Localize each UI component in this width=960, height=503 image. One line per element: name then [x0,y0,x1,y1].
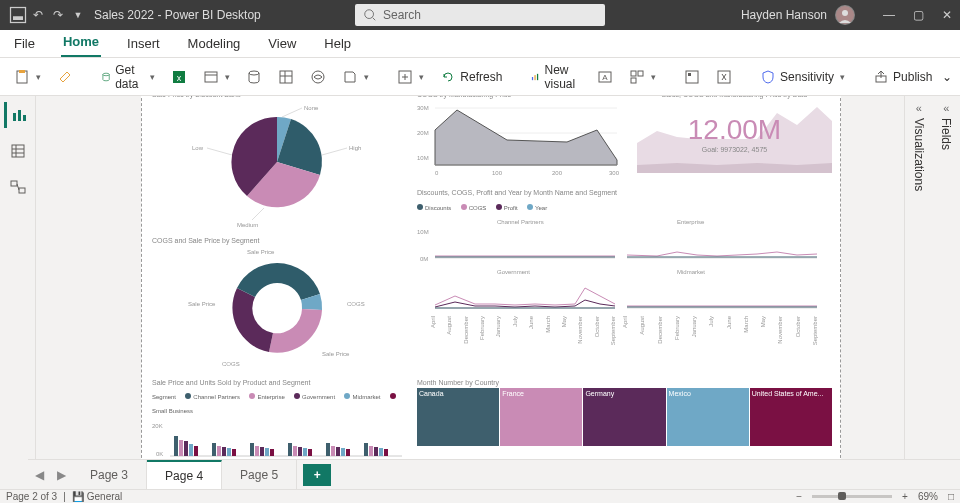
chart-title: Sale Price by Discount Band [152,96,402,98]
donut-chart: Sale Price COGS Sale Price COGS Sale Pri… [152,246,402,374]
menu-help[interactable]: Help [322,30,353,57]
data-hub-button[interactable]: ▾ [197,65,236,89]
zoom-value: 69% [918,491,938,502]
model-view-button[interactable] [4,174,32,200]
svg-text:August: August [446,316,452,335]
svg-point-8 [103,73,109,76]
svg-text:10M: 10M [417,155,429,161]
visualizations-pane[interactable]: « Visualizations [905,96,933,473]
tab-page5[interactable]: Page 5 [222,460,297,490]
svg-line-47 [207,148,232,155]
close-button[interactable]: ✕ [942,8,952,22]
publish-button[interactable]: Publish [867,65,938,89]
kpi-visual[interactable]: Sales, COGS and Manufacturing Price by D… [637,96,832,181]
svg-rect-124 [336,447,340,456]
minimize-button[interactable]: — [883,8,895,22]
autosave-icon[interactable] [8,5,28,25]
svg-text:May: May [760,316,766,327]
bar-visual[interactable]: Sale Price and Units Sold by Product and… [152,379,407,459]
search-placeholder: Search [383,8,421,22]
text-box-button[interactable]: A [591,65,619,89]
treemap-tile-germany: Germany [583,388,665,446]
undo-icon[interactable]: ↶ [28,8,48,22]
menu-bar: File Home Insert Modeling View Help [0,30,960,58]
svg-rect-119 [298,447,302,456]
report-page: Sale Price by Discount Band None High Me… [141,96,841,468]
svg-text:January: January [691,316,697,337]
refresh-button[interactable]: Refresh [434,65,508,89]
menu-home[interactable]: Home [61,28,101,57]
maximize-button[interactable]: ▢ [913,8,924,22]
svg-text:0M: 0M [420,256,428,262]
svg-text:November: November [577,316,583,344]
svg-rect-113 [255,446,259,456]
titlebar-caret-icon[interactable]: ▼ [68,10,88,20]
svg-rect-130 [379,448,383,456]
data-view-button[interactable] [4,138,32,164]
area-visual[interactable]: COGS by Manufacturing Price 30M 20M 10M … [417,96,627,181]
user-area[interactable]: Hayden Hanson — ▢ ✕ [741,5,952,25]
zoom-out-button[interactable]: − [796,491,802,502]
svg-text:March: March [545,316,551,333]
recent-button[interactable]: ▾ [336,65,375,89]
left-rail [0,96,36,473]
menu-insert[interactable]: Insert [125,30,162,57]
svg-text:July: July [708,316,714,327]
paste-button[interactable]: ▾ [8,65,47,89]
svg-text:A: A [602,73,608,82]
svg-rect-28 [688,73,691,76]
report-canvas[interactable]: Sale Price by Discount Band None High Me… [36,96,904,473]
ribbon-collapse-icon[interactable]: ⌄ [942,70,958,84]
chart-title: Month Number by Country [417,379,832,386]
quick-measure-button[interactable] [710,65,738,89]
redo-icon[interactable]: ↷ [48,8,68,22]
tab-prev-button[interactable]: ◀ [28,468,50,482]
menu-view[interactable]: View [266,30,298,57]
svg-text:October: October [795,316,801,337]
format-painter-button[interactable] [51,65,79,89]
menu-file[interactable]: File [12,30,37,57]
new-measure-button[interactable] [678,65,706,89]
enter-data-button[interactable] [272,65,300,89]
new-visual-button[interactable]: New visual [524,59,587,95]
sensitivity-button[interactable]: Sensitivity▾ [754,65,851,89]
zoom-slider[interactable] [812,495,892,498]
sql-button[interactable] [240,65,268,89]
excel-button[interactable]: x [165,65,193,89]
svg-rect-14 [280,71,292,83]
svg-text:June: June [726,315,732,329]
user-name: Hayden Hanson [741,8,827,22]
donut-visual[interactable]: COGS and Sale Price by Segment Sale Pric… [152,237,402,377]
treemap-visual[interactable]: Month Number by Country Canada France Ge… [417,379,832,459]
svg-text:August: August [639,316,645,335]
svg-line-41 [282,108,302,117]
tab-page3[interactable]: Page 3 [72,460,147,490]
svg-text:April: April [622,316,628,328]
more-visuals-button[interactable]: ▾ [623,65,662,89]
search-input[interactable]: Search [355,4,605,26]
transform-button[interactable]: ▾ [391,65,430,89]
svg-text:30M: 30M [417,105,429,111]
dataverse-button[interactable] [304,65,332,89]
svg-rect-123 [331,446,335,456]
multi-visual[interactable]: Discounts, COGS, Profit and Year by Mont… [417,189,832,374]
menu-modeling[interactable]: Modeling [186,30,243,57]
tab-next-button[interactable]: ▶ [50,468,72,482]
fields-pane[interactable]: « Fields [933,96,961,473]
svg-rect-25 [638,71,643,76]
report-view-button[interactable] [4,102,32,128]
svg-rect-121 [308,449,312,456]
add-page-button[interactable]: + [303,464,331,486]
chart-title: Discounts, COGS, Profit and Year by Mont… [417,189,832,196]
tab-page4[interactable]: Page 4 [147,460,222,490]
svg-text:May: May [561,316,567,327]
svg-rect-33 [23,115,26,121]
svg-text:Government: Government [497,269,530,275]
get-data-button[interactable]: Get data▾ [95,59,161,95]
area-chart: 30M 20M 10M 0 100 200 300 [417,100,627,178]
pie-visual[interactable]: Sale Price by Discount Band None High Me… [152,96,402,231]
svg-text:COGS: COGS [222,361,240,367]
zoom-in-button[interactable]: + [902,491,908,502]
svg-text:February: February [479,316,485,340]
fit-page-button[interactable]: □ [948,491,954,502]
